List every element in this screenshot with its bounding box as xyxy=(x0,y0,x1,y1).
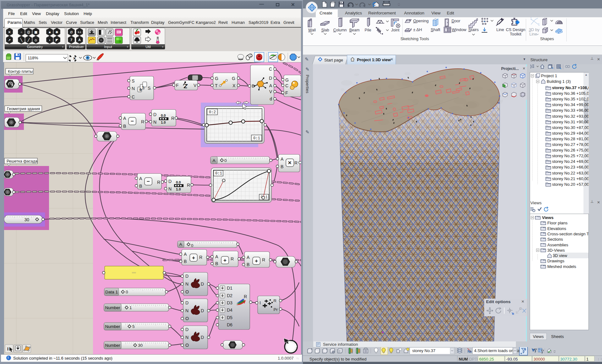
svg-text:storey No.28 +81,000 (: storey No.28 +81,000 ( xyxy=(552,136,588,141)
svg-text:O: O xyxy=(185,316,189,321)
svg-text:N: N xyxy=(153,120,156,125)
svg-text:Building 1 (3): Building 1 (3) xyxy=(547,79,571,84)
svg-text:C: C xyxy=(269,67,272,72)
svg-text:◇: ◇ xyxy=(34,38,37,42)
svg-text:@: @ xyxy=(27,30,30,34)
svg-text:N: N xyxy=(185,308,189,313)
svg-text:O: O xyxy=(185,343,189,348)
svg-text:Sections: Sections xyxy=(547,237,563,242)
svg-text:D1: D1 xyxy=(227,286,233,291)
svg-text:X: X xyxy=(233,83,236,88)
svg-text:D: D xyxy=(168,179,172,184)
svg-text:−: − xyxy=(131,118,134,124)
svg-text:R: R xyxy=(244,294,247,299)
svg-text:storey No.24 +69,000 (: storey No.24 +69,000 ( xyxy=(552,159,588,164)
svg-text:0.0: 0.0 xyxy=(176,180,181,184)
svg-text:storey No.27 +78,000 (: storey No.27 +78,000 ( xyxy=(552,142,588,147)
svg-text:Joint: Joint xyxy=(391,28,400,32)
svg-text:○: ○ xyxy=(20,30,22,34)
svg-text:№: № xyxy=(468,349,472,354)
svg-text:1.0: 1.0 xyxy=(161,120,166,124)
svg-text:✕: ✕ xyxy=(73,56,76,60)
svg-text:+: + xyxy=(255,258,258,264)
svg-text:storey No.34 +99,000 (: storey No.34 +99,000 ( xyxy=(552,102,588,107)
svg-text:S: S xyxy=(132,78,134,83)
svg-text:3D by: 3D by xyxy=(529,27,539,32)
svg-text:1: 1 xyxy=(129,305,132,310)
svg-text:+: + xyxy=(62,45,64,49)
svg-text:0:1: 0:1 xyxy=(253,136,260,141)
svg-text:Elevations: Elevations xyxy=(547,226,566,231)
svg-text:R: R xyxy=(171,116,174,121)
svg-text:╱: ╱ xyxy=(27,38,30,42)
svg-text:✕: ✕ xyxy=(288,160,292,165)
svg-text:G: G xyxy=(232,76,235,81)
svg-text:✕: ✕ xyxy=(8,30,11,34)
svg-text:G: G xyxy=(215,76,218,81)
svg-text:Stairs: Stairs xyxy=(468,27,479,32)
svg-text:A: A xyxy=(139,176,142,181)
svg-text:−: − xyxy=(147,179,150,185)
svg-text:storey No.33 +96,000 (: storey No.33 +96,000 ( xyxy=(552,108,588,113)
svg-text:Primitive: Primitive xyxy=(69,45,83,49)
svg-text:0:1: 0:1 xyxy=(215,171,222,176)
svg-text:D: D xyxy=(201,335,204,340)
svg-text:D: D xyxy=(201,281,204,286)
svg-text:Number: Number xyxy=(105,305,120,310)
svg-text:0: 0 xyxy=(191,243,193,248)
svg-text:C: C xyxy=(132,94,135,99)
svg-text:Sketching Tools: Sketching Tools xyxy=(401,36,429,41)
svg-text:R: R xyxy=(231,256,234,261)
svg-text:S: S xyxy=(148,86,150,91)
svg-text:Number: Number xyxy=(105,343,120,348)
svg-text:Floor plans: Floor plans xyxy=(547,221,568,225)
svg-text:D4: D4 xyxy=(227,308,233,313)
svg-text:B: B xyxy=(123,124,126,129)
svg-text:Column: Column xyxy=(333,28,347,32)
svg-text:❉: ❉ xyxy=(56,30,58,34)
svg-text:Views: Views xyxy=(542,215,554,220)
svg-text:storey No.22 +63,000 (: storey No.22 +63,000 ( xyxy=(552,171,588,175)
svg-text:Assemblies: Assemblies xyxy=(547,243,568,247)
svg-text:0.0: 0.0 xyxy=(161,114,166,117)
svg-text:∅: ∅ xyxy=(70,30,73,34)
svg-text:3D view: 3D view xyxy=(553,253,567,258)
svg-text:V: V xyxy=(269,89,272,94)
svg-text:Решетка фасада: Решетка фасада xyxy=(7,159,37,163)
svg-text:◖: ◖ xyxy=(49,38,51,42)
svg-text:1.0: 1.0 xyxy=(176,187,181,191)
svg-text:3000: 3000 xyxy=(132,272,136,274)
svg-text:A: A xyxy=(179,242,182,247)
svg-text:V: V xyxy=(194,83,197,88)
svg-text:CS Design: CS Design xyxy=(506,27,525,32)
svg-text:Shaft: Shaft xyxy=(431,27,441,32)
svg-text:◤: ◤ xyxy=(55,38,58,42)
svg-text:0.1: 0.1 xyxy=(78,31,81,34)
svg-text:D: D xyxy=(269,76,272,81)
svg-text:+: + xyxy=(127,45,129,49)
svg-text:Meshed models: Meshed models xyxy=(547,264,576,269)
svg-text:storey No.30 +87,000 (: storey No.30 +87,000 ( xyxy=(552,125,588,130)
svg-text:R: R xyxy=(187,183,190,188)
svg-text:Slab: Slab xyxy=(321,28,329,32)
svg-text:R: R xyxy=(141,119,144,124)
svg-text:■: ■ xyxy=(49,30,51,34)
svg-text:A: A xyxy=(212,158,215,163)
svg-text:Data 1: Data 1 xyxy=(105,290,118,294)
svg-text:╲: ╲ xyxy=(20,38,23,42)
svg-text:Контур плиты: Контур плиты xyxy=(8,69,33,74)
svg-text:N: N xyxy=(132,86,135,91)
svg-text:D: D xyxy=(201,308,204,313)
svg-text:N: N xyxy=(185,335,189,340)
svg-text:N: N xyxy=(168,186,172,191)
svg-text:Geometry: Geometry xyxy=(27,45,43,49)
svg-text:0:2: 0:2 xyxy=(209,110,216,115)
svg-text:storey No.35 +102,000 (: storey No.35 +102,000 ( xyxy=(552,97,588,101)
svg-text:0: 0 xyxy=(224,158,227,163)
svg-text:A: A xyxy=(215,254,218,259)
svg-text:R: R xyxy=(262,257,265,262)
svg-text:storey No.32 +93,000 (: storey No.32 +93,000 ( xyxy=(552,114,588,119)
svg-text:T: T xyxy=(215,83,218,88)
svg-text:D: D xyxy=(185,274,189,279)
svg-text:30: 30 xyxy=(138,343,143,348)
